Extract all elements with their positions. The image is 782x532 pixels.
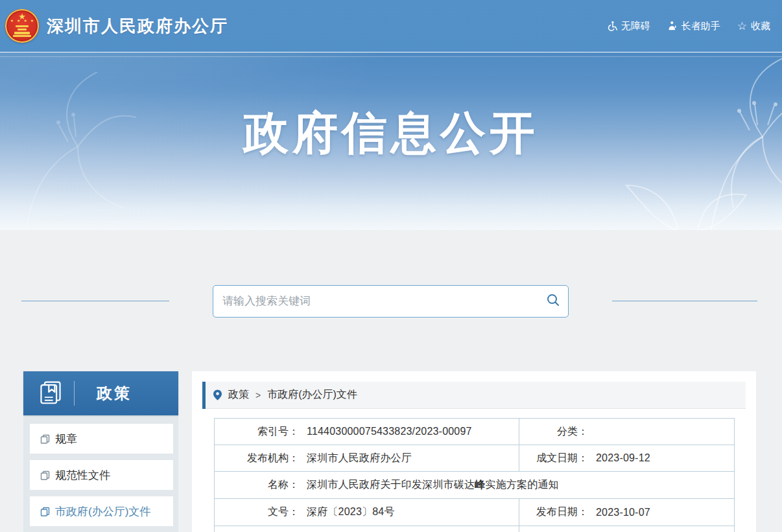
elder-helper-icon [667,21,678,31]
document-name-label: 名称： [215,478,299,492]
site-title[interactable]: 深圳市人民政府办公厅 [47,15,228,38]
sidebar-item-label: 市政府(办公厅)文件 [55,504,150,519]
accessibility-link[interactable]: 无障碍 [606,20,650,32]
breadcrumb-item-current: 市政府(办公厅)文件 [267,388,357,402]
breadcrumb-accent-bar [202,382,206,409]
issuing-agency-value: 深圳市人民政府办公厅 [307,452,412,465]
index-number-label: 索引号： [215,425,299,439]
book-icon [38,379,64,408]
highlighted-keyword: 峰 [475,479,485,490]
national-emblem-logo: ★ ★★★★ [5,9,39,43]
banner: 政府信息公开 [0,52,782,230]
breadcrumb: 政策 > 市政府(办公厅)文件 [202,382,746,409]
search-deco-line-left [21,301,169,301]
breadcrumb-item-policy[interactable]: 政策 [228,388,249,402]
sidebar-title: 政策 [97,383,132,404]
sidebar-item-regulations[interactable]: 规章 [30,424,173,454]
sidebar-item-label: 规范性文件 [55,468,110,483]
sidebar-item-municipal-government-documents[interactable]: 市政府(办公厅)文件 [30,496,173,526]
document-name-cell: 名称： 深圳市人民政府关于印发深圳市碳达峰实施方案的通知 [215,472,734,498]
table-row: 文号： 深府〔2023〕84号 发布日期： 2023-10-07 [215,499,734,526]
publish-date-label: 发布日期： [519,505,588,519]
search-button[interactable] [538,286,568,317]
document-meta-table: 索引号： 114403000075433823/2023-00097 分类： 发… [214,418,735,532]
category-cell: 分类： [519,419,734,445]
issue-date-value: 2023-09-12 [596,452,650,464]
search-box [213,285,569,318]
table-cell [215,526,519,532]
banner-divider-line [0,56,782,57]
document-icon [40,470,50,480]
issuing-agency-label: 发布机构： [215,452,299,465]
policy-sidebar: 政策 规章 规范性文件 [23,371,178,532]
table-cell [519,526,734,532]
table-row: 索引号： 114403000075433823/2023-00097 分类： [215,419,734,445]
banner-title: 政府信息公开 [0,103,782,164]
star-icon: ☆ [737,21,747,32]
document-number-label: 文号： [215,505,299,519]
document-icon [40,507,50,516]
favorite-link[interactable]: ☆ 收藏 [737,20,770,32]
site-brand[interactable]: ★ ★★★★ 深圳市人民政府办公厅 [5,9,228,43]
search-deco-line-right [612,301,757,301]
wheelchair-icon [606,21,617,32]
issue-date-label: 成文日期： [519,452,588,465]
emblem-small-stars: ★★★★ [5,19,39,23]
favorite-label: 收藏 [751,20,770,32]
sidebar-items: 规章 规范性文件 市政府(办公厅)文件 [23,415,178,526]
elder-helper-label: 长者助手 [681,20,720,32]
sidebar-item-label: 规章 [55,432,77,446]
publish-date-value: 2023-10-07 [596,507,650,518]
site-header: ★ ★★★★ 深圳市人民政府办公厅 无障碍 [0,0,782,52]
emblem-gate [13,25,31,37]
sidebar-header: 政策 [23,371,178,415]
breadcrumb-separator: > [255,390,261,400]
table-row [215,526,734,532]
document-number-cell: 文号： 深府〔2023〕84号 [215,499,519,526]
search-input[interactable] [213,286,538,317]
index-number-cell: 索引号： 114403000075433823/2023-00097 [215,419,519,445]
document-name-value: 深圳市人民政府关于印发深圳市碳达峰实施方案的通知 [307,478,559,492]
publish-date-cell: 发布日期： 2023-10-07 [519,499,734,526]
document-icon [40,434,50,444]
page: ★ ★★★★ 深圳市人民政府办公厅 无障碍 [0,0,782,532]
location-pin-icon [213,389,222,400]
index-number-value: 114403000075433823/2023-00097 [307,426,472,437]
header-links: 无障碍 长者助手 ☆ 收藏 [606,0,770,52]
category-label: 分类： [519,425,588,439]
sidebar-item-normative-documents[interactable]: 规范性文件 [30,460,173,490]
accessibility-label: 无障碍 [621,20,650,32]
table-row: 发布机构： 深圳市人民政府办公厅 成文日期： 2023-09-12 [215,445,734,472]
elder-helper-link[interactable]: 长者助手 [667,20,720,32]
table-row: 名称： 深圳市人民政府关于印发深圳市碳达峰实施方案的通知 [215,472,734,499]
issuing-agency-cell: 发布机构： 深圳市人民政府办公厅 [215,445,519,471]
sidebar-header-divider [74,381,75,406]
document-number-value: 深府〔2023〕84号 [307,505,395,519]
issue-date-cell: 成文日期： 2023-09-12 [519,445,734,471]
search-icon [546,293,560,310]
